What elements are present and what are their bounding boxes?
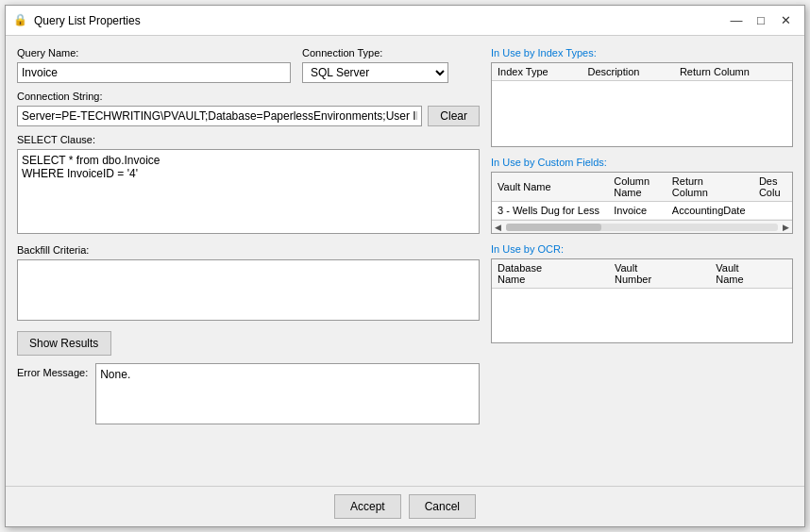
connection-string-label: Connection String: [17,91,480,102]
connection-type-group: Connection Type: SQL Server Oracle ODBC [302,47,448,83]
select-clause-label: SELECT Clause: [17,134,480,145]
connection-string-group: Connection String: Clear [17,91,480,126]
ocr-table: DatabaseName VaultNumber VaultName [491,258,793,343]
cancel-button[interactable]: Cancel [409,494,476,519]
connection-type-label: Connection Type: [302,47,448,58]
backfill-input[interactable] [17,259,480,321]
select-clause-input[interactable]: SELECT * from dbo.Invoice WHERE InvoiceI… [17,149,480,234]
clear-button[interactable]: Clear [428,106,480,126]
index-types-title: In Use by Index Types: [491,47,793,58]
query-name-group: Query Name: [17,47,291,83]
window-icon: 🔒 [13,13,28,28]
custom-fields-scroll[interactable]: Vault Name ColumnName ReturnColumn DesCo… [492,173,792,220]
index-types-header-row: Index Type Description Return Column [492,63,792,81]
ocr-title: In Use by OCR: [491,243,793,255]
return-column-cell: AccountingDate [667,202,753,220]
connection-type-select[interactable]: SQL Server Oracle ODBC [302,62,448,83]
select-clause-wrapper: SELECT * from dbo.Invoice WHERE InvoiceI… [17,149,480,237]
custom-fields-title: In Use by Custom Fields: [491,157,793,168]
description-col-header: Description [582,63,673,81]
hscroll-bar[interactable]: ◀ ▶ [492,220,792,233]
vault-number-col-header: VaultNumber [609,259,710,289]
index-type-col-header: Index Type [492,63,582,81]
minimize-button[interactable]: — [725,10,748,31]
select-clause-group: SELECT Clause: SELECT * from dbo.Invoice… [17,134,480,237]
show-results-button[interactable]: Show Results [17,331,111,356]
title-bar: 🔒 Query List Properties — □ ✕ [6,6,804,36]
connection-string-row: Clear [17,106,480,126]
vault-name-col-header: VaultName [710,259,792,289]
custom-fields-grid: Vault Name ColumnName ReturnColumn DesCo… [492,173,792,220]
title-controls: — □ ✕ [725,10,797,31]
error-wrapper: None. [95,363,480,427]
window-title: Query List Properties [34,14,141,27]
top-row: Query Name: Connection Type: SQL Server … [17,47,480,83]
database-name-col-header: DatabaseName [492,259,609,289]
index-types-table: Index Type Description Return Column [491,62,793,147]
left-panel: Query Name: Connection Type: SQL Server … [17,47,480,474]
return-col-header: ReturnColumn [667,173,753,202]
main-content: Query Name: Connection Type: SQL Server … [6,36,804,486]
column-name-cell: Invoice [608,202,667,220]
connection-string-input[interactable] [17,106,422,126]
custom-fields-container: Vault Name ColumnName ReturnColumn DesCo… [491,172,793,234]
hscroll-thumb [506,224,601,231]
maximize-button[interactable]: □ [750,10,772,31]
index-types-grid: Index Type Description Return Column [492,63,792,81]
column-name-col-header: ColumnName [608,173,667,202]
index-types-section: In Use by Index Types: Index Type Descri… [491,47,793,147]
title-bar-left: 🔒 Query List Properties [13,13,141,28]
right-panel: In Use by Index Types: Index Type Descri… [491,47,793,474]
backfill-wrapper [17,259,480,324]
error-message-input[interactable]: None. [95,363,480,424]
accept-button[interactable]: Accept [334,494,401,519]
custom-fields-body: 3 - Wells Dug for Less Invoice Accountin… [492,202,792,220]
error-message-row: Error Message: None. [17,363,480,427]
ocr-header-row: DatabaseName VaultNumber VaultName [492,259,792,289]
table-row: 3 - Wells Dug for Less Invoice Accountin… [492,202,792,220]
close-button[interactable]: ✕ [774,10,797,31]
return-column-col-header: Return Column [674,63,792,81]
vault-name-cell: 3 - Wells Dug for Less [492,202,608,220]
ocr-section: In Use by OCR: DatabaseName VaultNumber … [491,243,793,343]
vault-name-col-header: Vault Name [492,173,608,202]
des-col-cell [753,202,792,220]
footer: Accept Cancel [6,486,804,526]
hscroll-track [506,224,778,231]
query-name-label: Query Name: [17,47,291,58]
hscroll-right-arrow[interactable]: ▶ [780,223,792,232]
show-results-wrapper: Show Results [17,331,480,356]
main-window: 🔒 Query List Properties — □ ✕ Query Name… [5,5,805,527]
query-name-input[interactable] [17,62,291,83]
des-col-header: DesColu [753,173,792,202]
error-message-label: Error Message: [17,363,88,378]
custom-fields-header-row: Vault Name ColumnName ReturnColumn DesCo… [492,173,792,202]
custom-fields-section: In Use by Custom Fields: Vault Name Colu… [491,157,793,234]
hscroll-left-arrow[interactable]: ◀ [492,223,504,232]
backfill-label: Backfill Criteria: [17,244,480,256]
backfill-group: Backfill Criteria: [17,244,480,324]
ocr-grid: DatabaseName VaultNumber VaultName [492,259,792,289]
